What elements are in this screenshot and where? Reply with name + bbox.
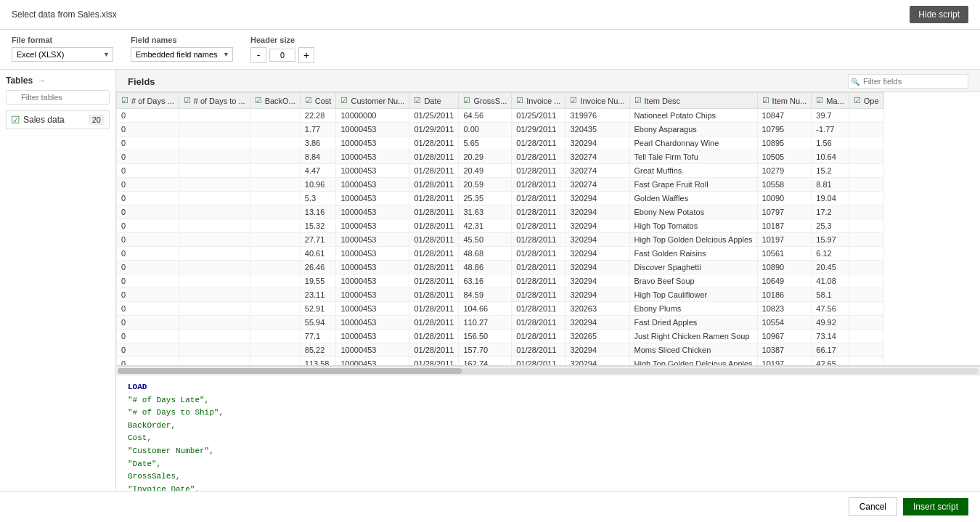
- col-checkbox[interactable]: ☑: [516, 96, 523, 105]
- table-cell: 0: [117, 316, 179, 330]
- script-line: Cost,: [128, 432, 968, 445]
- col-checkbox[interactable]: ☑: [854, 96, 861, 105]
- header-size-group: Header size - +: [250, 36, 314, 63]
- table-cell: 10000453: [336, 330, 409, 343]
- filter-fields-input[interactable]: [848, 74, 968, 89]
- table-cell: 10000453: [336, 164, 409, 178]
- table-cell: 10847: [757, 109, 812, 123]
- table-row: 026.461000045301/28/201148.8601/28/20113…: [117, 261, 884, 274]
- table-cell: 01/28/2011: [512, 330, 565, 343]
- data-table: ☑# of Days ...☑# of Days to ...☑BackO...…: [116, 92, 884, 366]
- table-cell: [250, 302, 300, 316]
- filter-tables-input[interactable]: [6, 90, 110, 105]
- header-size-input[interactable]: [269, 49, 295, 62]
- table-cell: 10000453: [336, 178, 409, 192]
- table-cell: [179, 192, 250, 205]
- sales-data-checkbox[interactable]: ☑: [11, 114, 20, 126]
- sales-data-table-item[interactable]: ☑ Sales data 20: [6, 110, 110, 129]
- field-names-select[interactable]: Embedded field names: [131, 47, 233, 62]
- data-table-container[interactable]: ☑# of Days ...☑# of Days to ...☑BackO...…: [116, 92, 980, 366]
- column-header[interactable]: ☑# of Days to ...: [179, 93, 250, 109]
- column-header[interactable]: ☑Invoice Nu...: [565, 93, 629, 109]
- column-header[interactable]: ☑Item Desc: [629, 93, 757, 109]
- table-cell: [250, 150, 300, 164]
- tables-panel: Tables → 🔍 ☑ Sales data 20: [0, 70, 116, 491]
- table-cell: 10558: [757, 178, 812, 192]
- top-bar: Select data from Sales.xlsx Hide script: [0, 0, 980, 30]
- table-cell: 113.58: [300, 357, 336, 367]
- table-cell: 13.16: [300, 205, 336, 219]
- column-header[interactable]: ☑GrossS...: [459, 93, 512, 109]
- table-cell: 15.32: [300, 219, 336, 233]
- column-header[interactable]: ☑# of Days ...: [117, 93, 179, 109]
- col-checkbox[interactable]: ☑: [305, 96, 312, 105]
- table-cell: [849, 136, 883, 150]
- col-checkbox[interactable]: ☑: [570, 96, 577, 105]
- table-row: 08.841000045301/28/201120.2901/28/201132…: [117, 150, 884, 164]
- table-cell: 01/29/2011: [409, 123, 459, 136]
- table-cell: 01/28/2011: [409, 247, 459, 261]
- col-checkbox[interactable]: ☑: [184, 96, 191, 105]
- column-header[interactable]: ☑Invoice ...: [512, 93, 565, 109]
- table-row: 022.281000000001/25/201164.5601/25/20113…: [117, 109, 884, 123]
- table-cell: 319976: [565, 109, 629, 123]
- cancel-button[interactable]: Cancel: [849, 497, 897, 516]
- table-cell: 320294: [565, 357, 629, 367]
- column-header[interactable]: ☑Date: [409, 93, 459, 109]
- table-cell: 10895: [757, 136, 812, 150]
- table-cell: 8.81: [812, 178, 849, 192]
- table-cell: 320294: [565, 192, 629, 205]
- column-header[interactable]: ☑Item Nu...: [757, 93, 812, 109]
- header-size-plus-button[interactable]: +: [298, 47, 314, 63]
- table-cell: 320263: [565, 302, 629, 316]
- script-line: "Invoice Date",: [128, 484, 968, 491]
- col-checkbox[interactable]: ☑: [762, 96, 769, 105]
- table-row: 03.861000045301/28/20115.6501/28/2011320…: [117, 136, 884, 150]
- header-size-minus-button[interactable]: -: [250, 47, 266, 63]
- table-cell: [250, 357, 300, 367]
- table-row: 052.911000045301/28/2011104.6601/28/2011…: [117, 302, 884, 316]
- table-cell: 10797: [757, 205, 812, 219]
- table-cell: 320294: [565, 261, 629, 274]
- horizontal-scrollbar[interactable]: [116, 366, 980, 375]
- column-header[interactable]: ☑Cost: [300, 93, 336, 109]
- table-cell: 20.59: [459, 178, 512, 192]
- table-cell: 01/29/2011: [512, 123, 565, 136]
- table-cell: Ebony Plums: [629, 302, 757, 316]
- table-cell: 10890: [757, 261, 812, 274]
- table-cell: 01/28/2011: [409, 164, 459, 178]
- col-checkbox[interactable]: ☑: [121, 96, 128, 105]
- table-cell: 27.71: [300, 233, 336, 247]
- col-checkbox[interactable]: ☑: [634, 96, 642, 105]
- table-cell: [179, 261, 250, 274]
- col-checkbox[interactable]: ☑: [255, 96, 262, 105]
- table-cell: 01/28/2011: [409, 233, 459, 247]
- table-cell: Pearl Chardonnay Wine: [629, 136, 757, 150]
- column-header[interactable]: ☑Customer Nu...: [336, 93, 409, 109]
- col-checkbox[interactable]: ☑: [816, 96, 823, 105]
- column-header[interactable]: ☑Ma...: [812, 93, 849, 109]
- col-checkbox[interactable]: ☑: [463, 96, 470, 105]
- table-cell: [849, 178, 883, 192]
- table-cell: 10000453: [336, 192, 409, 205]
- col-checkbox[interactable]: ☑: [414, 96, 421, 105]
- table-cell: 15.97: [812, 233, 849, 247]
- col-checkbox[interactable]: ☑: [340, 96, 348, 105]
- insert-script-button[interactable]: Insert script: [903, 498, 968, 515]
- table-row: 04.471000045301/28/201120.4901/28/201132…: [117, 164, 884, 178]
- script-line: LOAD: [128, 381, 968, 394]
- table-cell: [250, 316, 300, 330]
- column-header[interactable]: ☑BackO...: [250, 93, 300, 109]
- table-cell: 01/28/2011: [409, 205, 459, 219]
- column-header[interactable]: ☑Ope: [849, 93, 883, 109]
- table-cell: [179, 109, 250, 123]
- file-format-select[interactable]: Excel (XLSX): [12, 47, 113, 62]
- hide-script-button[interactable]: Hide script: [910, 6, 968, 23]
- table-cell: 320294: [565, 343, 629, 357]
- table-cell: 320294: [565, 274, 629, 288]
- field-names-select-wrapper: Embedded field names: [131, 47, 233, 62]
- table-cell: 10561: [757, 247, 812, 261]
- table-cell: 10197: [757, 233, 812, 247]
- col-label: Invoice Nu...: [580, 97, 624, 105]
- table-cell: 10000453: [336, 288, 409, 302]
